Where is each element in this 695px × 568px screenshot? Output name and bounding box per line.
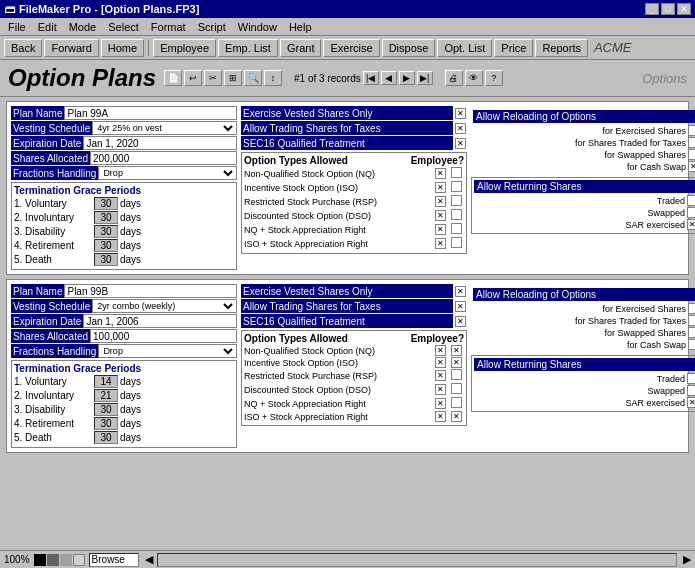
back-button[interactable]: Back xyxy=(4,39,42,57)
tab-grant[interactable]: Grant xyxy=(280,39,322,57)
sort-icon[interactable]: ↕ xyxy=(264,70,282,86)
opt-allowed-1-dso[interactable] xyxy=(435,210,446,221)
menu-format[interactable]: Format xyxy=(145,20,192,34)
tab-reports[interactable]: Reports xyxy=(535,39,588,57)
ret-traded-check-1[interactable] xyxy=(687,195,695,206)
for-swapped-check-1[interactable] xyxy=(688,149,695,160)
opt-emp-1-dso[interactable] xyxy=(451,209,462,220)
for-traded-check-2[interactable] xyxy=(688,315,695,326)
trading-check-1[interactable] xyxy=(455,123,466,134)
opt-allowed-2-isosar[interactable] xyxy=(435,411,446,422)
menu-script[interactable]: Script xyxy=(192,20,232,34)
forward-button[interactable]: Forward xyxy=(44,39,98,57)
trading-check-2[interactable] xyxy=(455,301,466,312)
sec16-check-1[interactable] xyxy=(455,138,466,149)
for-cash-check-2[interactable] xyxy=(688,339,695,350)
opt-emp-2-dso[interactable] xyxy=(451,383,462,394)
fractions-select-1[interactable]: Drop xyxy=(98,166,237,180)
grace-days-2-5[interactable]: 30 xyxy=(94,431,118,444)
ret-swapped-check-2[interactable] xyxy=(687,385,695,396)
vesting-select-1[interactable]: 4yr 25% on vest xyxy=(92,121,237,135)
opt-emp-1-isosar[interactable] xyxy=(451,237,462,248)
preview-icon[interactable]: 👁 xyxy=(465,70,483,86)
tab-opt-list[interactable]: Opt. List xyxy=(437,39,492,57)
for-exercised-check-2[interactable] xyxy=(688,303,695,314)
menu-file[interactable]: File xyxy=(2,20,32,34)
grace-days-1-4[interactable]: 30 xyxy=(94,239,118,252)
table-icon[interactable]: ⊞ xyxy=(224,70,242,86)
horizontal-scrollbar[interactable] xyxy=(157,553,677,567)
menu-window[interactable]: Window xyxy=(232,20,283,34)
status-mode[interactable]: Browse xyxy=(89,553,139,567)
tab-employee[interactable]: Employee xyxy=(153,39,216,57)
shares-value-2[interactable]: 100,000 xyxy=(90,329,237,343)
nav-first[interactable]: |◀ xyxy=(363,71,379,85)
grace-days-2-1[interactable]: 14 xyxy=(94,375,118,388)
sec16-check-2[interactable] xyxy=(455,316,466,327)
home-button[interactable]: Home xyxy=(101,39,144,57)
close-button[interactable]: ✕ xyxy=(677,3,691,15)
maximize-button[interactable]: □ xyxy=(661,3,675,15)
cut-icon[interactable]: ✂ xyxy=(204,70,222,86)
ret-sar-check-1[interactable] xyxy=(687,219,695,230)
ret-sar-check-2[interactable] xyxy=(687,397,695,408)
opt-emp-1-nq[interactable] xyxy=(451,167,462,178)
grace-days-2-4[interactable]: 30 xyxy=(94,417,118,430)
tab-price[interactable]: Price xyxy=(494,39,533,57)
opt-emp-1-iso[interactable] xyxy=(451,181,462,192)
expiration-value-1[interactable]: Jan 1, 2020 xyxy=(83,136,237,150)
grace-days-1-5[interactable]: 30 xyxy=(94,253,118,266)
tab-exercise[interactable]: Exercise xyxy=(323,39,379,57)
shares-value-1[interactable]: 200,000 xyxy=(90,151,237,165)
menu-mode[interactable]: Mode xyxy=(63,20,103,34)
for-exercised-check-1[interactable] xyxy=(688,125,695,136)
ret-traded-check-2[interactable] xyxy=(687,373,695,384)
for-traded-check-1[interactable] xyxy=(688,137,695,148)
for-swapped-check-2[interactable] xyxy=(688,327,695,338)
opt-allowed-1-nqsar[interactable] xyxy=(435,224,446,235)
opt-emp-1-rsp[interactable] xyxy=(451,195,462,206)
nav-prev[interactable]: ◀ xyxy=(381,71,397,85)
minimize-button[interactable]: _ xyxy=(645,3,659,15)
fractions-select-2[interactable]: Drop xyxy=(98,344,237,358)
tab-emp-list[interactable]: Emp. List xyxy=(218,39,278,57)
menu-help[interactable]: Help xyxy=(283,20,318,34)
grace-days-2-2[interactable]: 21 xyxy=(94,389,118,402)
exercise-check-1[interactable] xyxy=(455,108,466,119)
opt-emp-1-nqsar[interactable] xyxy=(451,223,462,234)
plan-name-value-2[interactable]: Plan 99B xyxy=(64,284,237,298)
opt-emp-2-isosar[interactable] xyxy=(451,411,462,422)
tab-dispose[interactable]: Dispose xyxy=(382,39,436,57)
for-cash-check-1[interactable] xyxy=(688,161,695,172)
undo-icon[interactable]: ↩ xyxy=(184,70,202,86)
menu-edit[interactable]: Edit xyxy=(32,20,63,34)
opt-emp-2-rsp[interactable] xyxy=(451,369,462,380)
opt-allowed-2-dso[interactable] xyxy=(435,384,446,395)
opt-allowed-2-nqsar[interactable] xyxy=(435,398,446,409)
grace-days-1-2[interactable]: 30 xyxy=(94,211,118,224)
nav-last[interactable]: ▶| xyxy=(417,71,433,85)
exercise-check-2[interactable] xyxy=(455,286,466,297)
grace-days-1-1[interactable]: 30 xyxy=(94,197,118,210)
find-icon[interactable]: 🔍 xyxy=(244,70,262,86)
scrollbar-right-arrow[interactable]: ▶ xyxy=(683,553,691,566)
opt-allowed-2-iso[interactable] xyxy=(435,357,446,368)
opt-emp-2-iso[interactable] xyxy=(451,357,462,368)
opt-allowed-1-rsp[interactable] xyxy=(435,196,446,207)
grace-days-2-3[interactable]: 30 xyxy=(94,403,118,416)
opt-emp-2-nqsar[interactable] xyxy=(451,397,462,408)
plan-name-value-1[interactable]: Plan 99A xyxy=(64,106,237,120)
menu-select[interactable]: Select xyxy=(102,20,145,34)
opt-allowed-1-iso[interactable] xyxy=(435,182,446,193)
opt-allowed-2-nq[interactable] xyxy=(435,345,446,356)
ret-swapped-check-1[interactable] xyxy=(687,207,695,218)
expiration-value-2[interactable]: Jan 1, 2006 xyxy=(83,314,237,328)
help-icon[interactable]: ? xyxy=(485,70,503,86)
status-arrow[interactable]: ◀ xyxy=(145,553,153,566)
nav-next[interactable]: ▶ xyxy=(399,71,415,85)
opt-allowed-1-isosar[interactable] xyxy=(435,238,446,249)
print-icon[interactable]: 🖨 xyxy=(445,70,463,86)
grace-days-1-3[interactable]: 30 xyxy=(94,225,118,238)
new-icon[interactable]: 📄 xyxy=(164,70,182,86)
opt-allowed-1-nq[interactable] xyxy=(435,168,446,179)
